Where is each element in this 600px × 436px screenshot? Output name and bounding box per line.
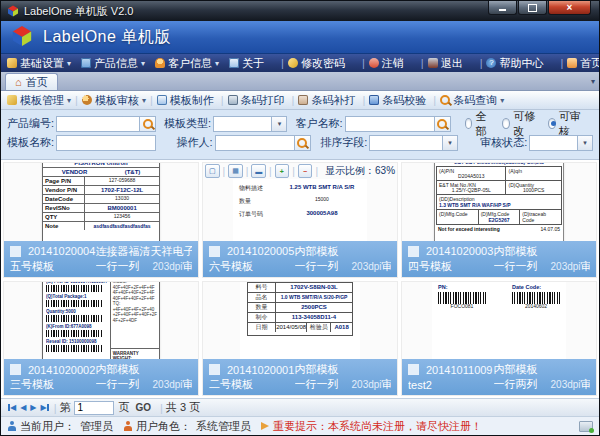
toolbar-template-audit[interactable]: 模板审核▾	[82, 93, 146, 108]
product-icon	[81, 58, 91, 68]
app-logo-icon	[7, 5, 19, 17]
menu-exit[interactable]: 退出	[428, 56, 466, 71]
card-checkbox[interactable]	[209, 364, 220, 375]
minimize-button[interactable]	[488, 1, 517, 15]
search-icon	[440, 95, 450, 105]
filter-panel: 产品编号: 模板类型: ▾ 客户名称: 全部 可修改 可审核 模板名称: 操作人…	[1, 110, 599, 160]
home-icon: ⌂	[15, 76, 22, 88]
close-button[interactable]: ×	[548, 1, 591, 15]
about-icon	[229, 58, 239, 68]
toolbar-barcode-reprint[interactable]: 条码补打	[298, 93, 358, 108]
menu-logout[interactable]: 注销	[369, 56, 407, 71]
template-card[interactable]: (M) P/N: ID-102000+H11059A (Q)Total Pack…	[3, 281, 199, 397]
template-name-input[interactable]	[56, 135, 156, 151]
sort-field-select[interactable]: ▾	[369, 135, 458, 151]
card-checkbox[interactable]	[408, 364, 419, 375]
operator-search-button[interactable]	[294, 135, 311, 151]
template-audit-icon	[82, 95, 92, 105]
customer-search-button[interactable]	[434, 116, 451, 132]
label-preview: 料号1702V-S8BN-03L 品名1.0 WTB SMT/R/A S/20-…	[203, 282, 397, 360]
menu-bar: 基础设置▾ 产品信息▾ 客户信息▾ 关于| 修改密码| 注销| 退出| ?帮助中…	[1, 54, 599, 72]
menu-customer-info[interactable]: 客户信息▾	[155, 56, 219, 71]
user-role: 系统管理员	[196, 419, 251, 434]
exit-icon	[428, 58, 438, 68]
toolbar-template-manage[interactable]: 模板管理▾	[7, 93, 71, 108]
card-footer: 20141020001内部模板 二号模板一行一列203dpi审核：−	[203, 359, 397, 395]
template-card[interactable]: 料号1702V-S8BN-03L 品名1.0 WTB SMT/R/A S/20-…	[202, 281, 398, 397]
template-card[interactable]: ▢| ▦| ▬| +| −| 显示比例：63% 料号47-7501226 物料描…	[202, 162, 398, 278]
key-icon	[288, 58, 298, 68]
view-list-icon[interactable]: ▬	[251, 164, 266, 178]
toolbar: 模板管理▾| 模板审核▾| 模板制作| 条码打印| 条码补打| 条码校验| 条码…	[1, 91, 599, 110]
next-page-button[interactable]: ▶	[30, 403, 36, 412]
help-icon: ?	[486, 58, 496, 68]
product-no-input[interactable]	[56, 116, 139, 132]
radio-icon	[548, 118, 556, 129]
switch-icon	[567, 58, 577, 68]
menu-help-center[interactable]: ?帮助中心	[486, 56, 546, 71]
view-detail-icon[interactable]: ▢	[205, 164, 220, 178]
operator-input[interactable]	[215, 135, 294, 151]
menu-about[interactable]: 关于	[229, 56, 267, 71]
status-bar: 当前用户： 管理员 用户角色： 系统管理员 重要提示：本系统尚未注册，请尽快注册…	[1, 416, 599, 435]
toolbar-barcode-verify[interactable]: 条码校验	[369, 93, 429, 108]
product-no-search-button[interactable]	[139, 116, 156, 132]
menu-change-password[interactable]: 修改密码	[288, 56, 348, 71]
zoom-out-icon[interactable]: −	[298, 164, 313, 178]
template-card[interactable]: E&T E&T Electronics(Suzhou) Co.,Ltd (A)P…	[401, 162, 597, 278]
app-window: LabelOne 单机版 V2.0 × LabelOne 单机版 基础设置▾ 产…	[0, 0, 600, 436]
barcode	[46, 315, 102, 322]
page-number-input[interactable]	[74, 401, 114, 415]
toolbar-barcode-print[interactable]: 条码打印	[228, 93, 288, 108]
first-page-button[interactable]: ◀	[8, 403, 16, 412]
label-preview: PISATRON Unitron VENDOR(T&T) Page P/N127…	[4, 163, 198, 241]
total-pages-label: 共 3 页	[166, 400, 200, 415]
printer-status-icon[interactable]	[579, 421, 593, 432]
template-manage-icon	[7, 95, 17, 105]
search-icon	[143, 119, 153, 129]
label-preview: 料号47-7501226 物料描述1.25 WTB SMT R/A S/R 数量…	[203, 179, 397, 241]
card-checkbox[interactable]	[408, 246, 419, 257]
card-footer: 20141020004连接器福清天祥电子配件有... 五号模板一行一列203dp…	[4, 241, 198, 277]
maximize-button[interactable]	[518, 1, 547, 15]
card-checkbox[interactable]	[209, 246, 220, 257]
chevron-down-icon: ▾	[215, 59, 219, 68]
chevron-down-icon: ▾	[67, 96, 71, 105]
template-grid: PISATRON Unitron VENDOR(T&T) Page P/N127…	[1, 160, 599, 398]
toolbar-barcode-query[interactable]: 条码查询▾	[440, 93, 504, 108]
barcode	[46, 285, 102, 292]
audit-status-select[interactable]: ▾	[529, 135, 593, 151]
card-checkbox[interactable]	[10, 364, 21, 375]
toolbar-template-make[interactable]: 模板制作	[157, 93, 217, 108]
radio-all[interactable]: 全部	[465, 109, 491, 139]
title-bar: LabelOne 单机版 V2.0 ×	[1, 1, 599, 21]
menu-home-switch[interactable]: 首页切换▾	[567, 56, 600, 71]
card-checkbox[interactable]	[10, 246, 21, 257]
pagination-bar: ◀ ◀ ▶ ▶ | 第 页 GO | 共 3 页	[1, 398, 599, 416]
view-thumbnail-icon[interactable]: ▦	[228, 164, 243, 178]
menu-basic-settings[interactable]: 基础设置▾	[7, 56, 71, 71]
role-icon	[123, 421, 133, 431]
prev-page-button[interactable]: ◀	[20, 403, 26, 412]
radio-icon	[465, 118, 473, 129]
template-card[interactable]: PISATRON Unitron VENDOR(T&T) Page P/N127…	[3, 162, 199, 278]
current-user: 管理员	[80, 419, 113, 434]
chevron-down-icon: ▾	[142, 96, 146, 105]
zoom-in-icon[interactable]: +	[275, 164, 290, 178]
last-page-button[interactable]: ▶	[40, 403, 48, 412]
template-card[interactable]: PN:FOCO081 Date Code:20140602 2014101100…	[401, 281, 597, 397]
menu-product-info[interactable]: 产品信息▾	[81, 56, 145, 71]
view-toolbar: ▢| ▦| ▬| +| −| 显示比例：63%	[203, 163, 397, 179]
printer-icon	[228, 95, 238, 105]
barcode	[46, 300, 102, 307]
template-type-select[interactable]: ▾	[213, 116, 287, 132]
tab-home[interactable]: ⌂ 首页	[5, 73, 58, 90]
go-button[interactable]: GO	[135, 402, 151, 413]
app-banner: LabelOne 单机版	[1, 21, 599, 54]
tab-overflow-icon[interactable]: ▾	[591, 77, 595, 86]
reprint-icon	[298, 95, 308, 105]
chevron-down-icon: ▾	[448, 139, 452, 147]
barcode	[46, 330, 102, 337]
customer-input[interactable]	[345, 116, 434, 132]
label-preview: (M) P/N: ID-102000+H11059A (Q)Total Pack…	[4, 282, 198, 360]
